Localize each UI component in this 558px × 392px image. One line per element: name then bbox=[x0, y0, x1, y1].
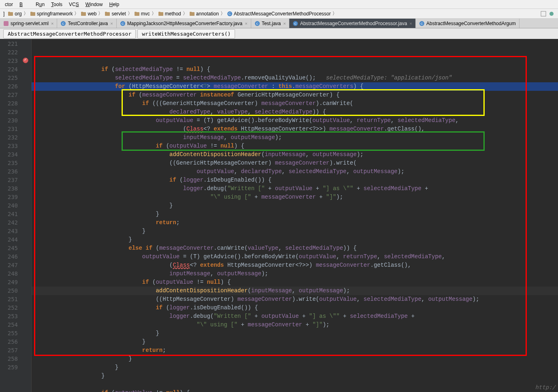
line-number[interactable]: 234 bbox=[0, 150, 18, 159]
line-number[interactable]: 222 bbox=[0, 48, 18, 57]
code-line[interactable]: } bbox=[32, 363, 558, 372]
code-line[interactable]: if (selectedMediaType != null) { bbox=[32, 65, 558, 74]
toolbar-icon[interactable] bbox=[548, 11, 555, 17]
line-number[interactable]: 232 bbox=[0, 133, 18, 142]
line-number[interactable]: 224 bbox=[0, 65, 18, 74]
line-number[interactable]: 259 bbox=[0, 363, 18, 372]
code-line[interactable]: inputMessage, outputMessage); bbox=[32, 270, 558, 278]
class-pill[interactable]: AbstractMessageConverterMethodProcessor bbox=[3, 29, 136, 39]
menu-item[interactable]: Help bbox=[106, 1, 122, 8]
code-line[interactable]: outputValue, declaredType, selectedMedia… bbox=[32, 167, 558, 176]
breadcrumb-item[interactable]: mvc bbox=[133, 11, 152, 17]
line-number[interactable]: 229 bbox=[0, 108, 18, 116]
code-line[interactable]: "\" using [" + messageConverter + "]"); bbox=[32, 321, 558, 329]
close-icon[interactable]: × bbox=[110, 21, 113, 26]
menu-item[interactable]: Run bbox=[32, 1, 48, 8]
menu-item[interactable]: ctor bbox=[2, 1, 16, 8]
line-number[interactable]: 245 bbox=[0, 244, 18, 253]
code-line[interactable]: logger.debug("Written [" + outputValue +… bbox=[32, 184, 558, 193]
line-number[interactable]: 254 bbox=[0, 321, 18, 329]
code-line[interactable]: if (((GenericHttpMessageConverter) messa… bbox=[32, 99, 558, 108]
code-line[interactable]: logger.debug("Written [" + outputValue +… bbox=[32, 312, 558, 321]
code-line[interactable]: if (messageConverter instanceof GenericH… bbox=[32, 91, 558, 99]
code-line[interactable]: outputValue = (T) getAdvice().beforeBody… bbox=[32, 116, 558, 125]
close-icon[interactable]: × bbox=[245, 21, 247, 26]
breakpoint-marker[interactable] bbox=[23, 58, 28, 63]
code-line[interactable]: (Class<? extends HttpMessageConverter<?>… bbox=[32, 125, 558, 133]
line-number[interactable]: 235 bbox=[0, 159, 18, 167]
code-line[interactable]: ((GenericHttpMessageConverter) messageCo… bbox=[32, 159, 558, 167]
editor-tab[interactable]: CAbstractMessageConverterMethodArgum bbox=[416, 19, 520, 28]
editor-tab[interactable]: spring-servlet.xml× bbox=[0, 19, 57, 28]
line-number[interactable]: 221 bbox=[0, 40, 18, 48]
close-icon[interactable]: × bbox=[283, 21, 286, 26]
line-number[interactable]: 236 bbox=[0, 167, 18, 176]
line-number[interactable]: 253 bbox=[0, 312, 18, 321]
line-number[interactable]: 243 bbox=[0, 227, 18, 236]
code-line[interactable]: } bbox=[32, 355, 558, 363]
code-line[interactable]: } bbox=[32, 227, 558, 236]
code-line[interactable]: return; bbox=[32, 346, 558, 355]
line-number[interactable]: 247 bbox=[0, 261, 18, 270]
menu-item[interactable]: Window bbox=[82, 1, 106, 8]
code-line[interactable]: for (HttpMessageConverter<?> messageConv… bbox=[32, 82, 558, 91]
code-line[interactable]: } bbox=[32, 372, 558, 380]
code-line[interactable]: selectedMediaType = selectedMediaType.re… bbox=[32, 74, 558, 82]
close-icon[interactable]: × bbox=[51, 21, 53, 26]
editor-tab[interactable]: CTest.java× bbox=[251, 19, 290, 28]
line-number[interactable]: 238 bbox=[0, 184, 18, 193]
method-pill[interactable]: writeWithMessageConverters() bbox=[137, 29, 235, 39]
code-line[interactable]: "\" using [" + messageConverter + "]"); bbox=[32, 193, 558, 201]
code-line[interactable]: } bbox=[32, 236, 558, 244]
line-number[interactable]: 252 bbox=[0, 304, 18, 312]
code-line[interactable]: if (outputValue != null) { bbox=[32, 142, 558, 150]
toolbar-icon[interactable] bbox=[540, 11, 547, 17]
code-line[interactable]: if (logger.isDebugEnabled()) { bbox=[32, 176, 558, 184]
breadcrumb-item[interactable]: springframework bbox=[28, 11, 75, 17]
line-number[interactable]: 258 bbox=[0, 355, 18, 363]
code-line[interactable]: } bbox=[32, 329, 558, 338]
line-number[interactable]: 251 bbox=[0, 295, 18, 304]
code-area[interactable]: if (selectedMediaType != null) { selecte… bbox=[32, 39, 558, 392]
line-number[interactable]: 233 bbox=[0, 142, 18, 150]
line-number[interactable]: 255 bbox=[0, 329, 18, 338]
code-line[interactable]: addContentDispositionHeader(inputMessage… bbox=[32, 287, 558, 295]
breadcrumb-item[interactable]: CAbstractMessageConverterMethodProcessor bbox=[225, 11, 332, 17]
code-line[interactable]: return; bbox=[32, 218, 558, 227]
line-number[interactable]: 256 bbox=[0, 338, 18, 346]
line-number[interactable]: 249 bbox=[0, 278, 18, 287]
breadcrumb-item[interactable]: org bbox=[6, 11, 23, 17]
menu-item[interactable]: VCS bbox=[66, 1, 82, 8]
code-line[interactable]: if (outputValue != null) { bbox=[32, 389, 558, 392]
line-number[interactable]: 246 bbox=[0, 253, 18, 261]
line-number[interactable]: 230 bbox=[0, 116, 18, 125]
code-line[interactable]: else if (messageConverter.canWrite(value… bbox=[32, 244, 558, 253]
breadcrumb-item[interactable]: servlet bbox=[103, 11, 127, 17]
menu-item[interactable]: B bbox=[16, 1, 32, 8]
code-line[interactable]: outputValue = (T) getAdvice().beforeBody… bbox=[32, 253, 558, 261]
breadcrumb-item[interactable]: web bbox=[79, 11, 98, 17]
code-line[interactable]: inputMessage, outputMessage); bbox=[32, 133, 558, 142]
line-number[interactable]: 227 bbox=[0, 91, 18, 99]
line-number[interactable]: 226 bbox=[0, 82, 18, 91]
line-number[interactable]: 228 bbox=[0, 99, 18, 108]
code-line[interactable]: } bbox=[32, 338, 558, 346]
code-line[interactable]: (Class<? extends HttpMessageConverter<?>… bbox=[32, 261, 558, 270]
line-number[interactable]: 257 bbox=[0, 346, 18, 355]
close-icon[interactable]: × bbox=[410, 21, 412, 26]
editor-tab[interactable]: CMappingJackson2HttpMessageConverterFact… bbox=[117, 19, 251, 28]
line-number[interactable]: 250 bbox=[0, 287, 18, 295]
line-number[interactable]: 244 bbox=[0, 236, 18, 244]
code-line[interactable]: if (logger.isDebugEnabled()) { bbox=[32, 304, 558, 312]
line-number[interactable]: 223 bbox=[0, 57, 18, 65]
line-number[interactable]: 239 bbox=[0, 193, 18, 201]
breadcrumb-item[interactable]: annotation bbox=[188, 11, 220, 17]
line-number[interactable]: 237 bbox=[0, 176, 18, 184]
line-number[interactable]: 231 bbox=[0, 125, 18, 133]
line-number[interactable]: 240 bbox=[0, 201, 18, 210]
line-number[interactable]: 225 bbox=[0, 74, 18, 82]
code-line[interactable]: declaredType, valueType, selectedMediaTy… bbox=[32, 108, 558, 116]
line-number[interactable]: 241 bbox=[0, 210, 18, 218]
editor-tab[interactable]: CTestController.java× bbox=[57, 19, 116, 28]
code-line[interactable]: } bbox=[32, 201, 558, 210]
